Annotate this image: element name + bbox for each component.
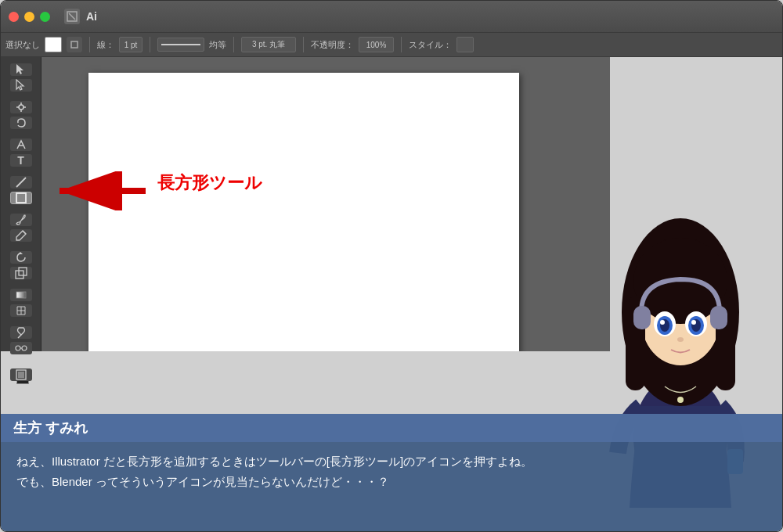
svg-point-9 — [19, 105, 23, 110]
stroke-width-input[interactable]: 1 pt — [119, 37, 143, 52]
svg-rect-29 — [18, 372, 24, 378]
arrow-annotation — [44, 171, 153, 210]
svg-rect-48 — [633, 306, 651, 329]
svg-rect-16 — [19, 268, 27, 275]
mesh-tool[interactable] — [10, 304, 32, 317]
opacity-label: 不透明度： — [311, 39, 354, 51]
annotation-label: 長方形ツール — [157, 173, 262, 192]
screen-mode-tool[interactable] — [10, 368, 32, 381]
scale-tool[interactable] — [10, 267, 32, 279]
svg-point-25 — [16, 346, 20, 350]
line-tool[interactable] — [10, 176, 32, 189]
selection-label-item: 選択なし — [5, 39, 40, 51]
svg-point-26 — [22, 346, 27, 350]
pencil-tool[interactable] — [10, 229, 32, 242]
app-title: Ai — [86, 10, 97, 23]
svg-rect-49 — [710, 306, 727, 329]
fill-options-icon[interactable] — [67, 37, 82, 52]
style-label: スタイル： — [409, 39, 452, 51]
svg-rect-15 — [16, 271, 23, 279]
selection-label: 選択なし — [5, 39, 40, 51]
svg-line-13 — [23, 231, 26, 234]
app-icon — [64, 9, 80, 24]
rectangle-tool[interactable] — [10, 192, 32, 204]
brush-label: 3 pt. 丸筆 — [252, 39, 285, 50]
eyedropper-tool[interactable] — [10, 326, 32, 339]
close-button[interactable] — [9, 12, 19, 22]
svg-marker-4 — [16, 80, 23, 90]
app-window: Ai 選択なし 線： 1 pt 均等 3 pt. 丸筆 不透明度： 100% — [0, 0, 783, 532]
direct-selection-tool[interactable] — [10, 79, 32, 92]
artboard — [88, 73, 519, 351]
svg-rect-12 — [16, 193, 26, 203]
opacity-input[interactable]: 100% — [359, 37, 394, 52]
opacity-value: 100% — [366, 41, 387, 49]
toolbar: 選択なし 線： 1 pt 均等 3 pt. 丸筆 不透明度： 100% スタイル… — [1, 32, 782, 57]
style-box[interactable] — [456, 37, 474, 52]
brush-select[interactable]: 3 pt. 丸筆 — [241, 37, 296, 52]
svg-rect-17 — [16, 292, 26, 298]
dialogue-text: ねえ、Illustrator だと長方形を追加するときはツールバーの[長方形ツー… — [16, 451, 532, 491]
title-bar: Ai — [1, 1, 782, 32]
separator-4 — [303, 37, 304, 52]
dialogue-area: ねえ、Illustrator だと長方形を追加するときはツールバーの[長方形ツー… — [1, 442, 783, 531]
svg-marker-3 — [16, 64, 23, 74]
stroke-width-value: 1 pt — [124, 41, 138, 49]
minimize-button[interactable] — [24, 12, 34, 22]
magic-wand-tool[interactable] — [10, 101, 32, 113]
fill-color-box[interactable] — [45, 37, 62, 52]
svg-point-45 — [660, 320, 665, 325]
type-tool[interactable]: T — [10, 154, 32, 167]
svg-marker-14 — [18, 252, 23, 254]
blend-tool[interactable] — [10, 342, 32, 354]
svg-point-46 — [691, 320, 696, 325]
left-toolbar: T — [1, 57, 41, 351]
gradient-tool[interactable] — [10, 289, 32, 301]
separator-2 — [150, 37, 150, 52]
annotation-text-wrapper: 長方形ツール — [157, 171, 262, 195]
paintbrush-tool[interactable] — [10, 214, 32, 226]
stroke-label: 線： — [97, 39, 114, 51]
separator-5 — [401, 37, 402, 52]
separator-1 — [89, 37, 90, 52]
stroke-preview[interactable] — [157, 38, 204, 52]
stroke-line-preview — [161, 44, 200, 45]
svg-point-51 — [677, 397, 684, 403]
pen-tool[interactable] — [10, 138, 32, 151]
separator-3 — [233, 37, 234, 52]
selection-tool[interactable] — [10, 63, 32, 76]
rotate-tool[interactable] — [10, 251, 32, 264]
svg-rect-2 — [71, 41, 78, 48]
bottom-section: 生方 すみれ ねえ、Illustrator だと長方形を追加するときはツールバー… — [1, 414, 783, 531]
svg-line-11 — [16, 178, 26, 187]
svg-point-47 — [677, 337, 684, 342]
svg-line-1 — [69, 13, 75, 20]
traffic-lights — [9, 12, 50, 22]
title-bar-icons — [64, 9, 80, 24]
maximize-button[interactable] — [40, 12, 50, 22]
character-name: 生方 すみれ — [13, 419, 88, 437]
svg-line-24 — [18, 335, 21, 338]
lasso-tool[interactable] — [10, 117, 32, 129]
stroke-style-label: 均等 — [209, 39, 226, 51]
character-name-bar: 生方 すみれ — [1, 414, 783, 442]
